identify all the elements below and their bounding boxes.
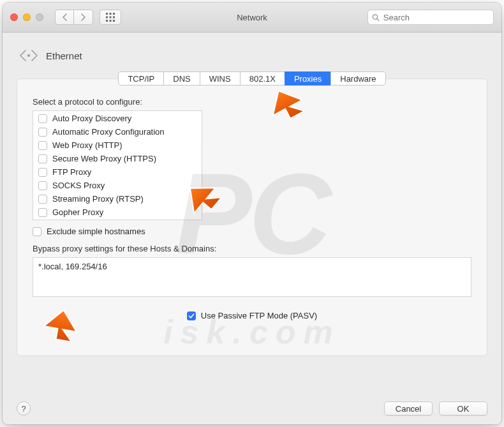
tab-hardware[interactable]: Hardware — [330, 71, 385, 86]
maximize-window-button[interactable] — [36, 13, 43, 21]
cancel-button[interactable]: Cancel — [384, 401, 433, 416]
exclude-simple-row[interactable]: Exclude simple hostnames — [33, 227, 471, 236]
protocol-item-https[interactable]: Secure Web Proxy (HTTPS) — [33, 152, 202, 165]
search-input[interactable] — [382, 12, 489, 23]
protocol-label: Automatic Proxy Configuration — [52, 127, 165, 137]
svg-rect-4 — [110, 17, 112, 19]
pasv-checkbox[interactable] — [187, 311, 196, 320]
forward-button[interactable] — [74, 10, 93, 25]
protocol-label: Gopher Proxy — [52, 207, 103, 217]
checkbox[interactable] — [38, 154, 47, 163]
bypass-textarea[interactable]: *.local, 169.254/16 — [33, 257, 471, 297]
tab-dns[interactable]: DNS — [163, 71, 199, 86]
protocol-item-http[interactable]: Web Proxy (HTTP) — [33, 139, 202, 152]
back-button[interactable] — [55, 10, 74, 25]
exclude-simple-checkbox[interactable] — [33, 227, 41, 236]
protocol-item-rtsp[interactable]: Streaming Proxy (RTSP) — [33, 192, 202, 206]
proxy-settings-panel: Select a protocol to configure: Auto Pro… — [17, 79, 487, 356]
tab-wins[interactable]: WINS — [200, 71, 240, 86]
ethernet-icon — [19, 46, 38, 65]
checkbox[interactable] — [38, 181, 47, 190]
tab-label: WINS — [209, 74, 231, 84]
protocol-item-socks[interactable]: SOCKS Proxy — [33, 179, 202, 192]
tab-label: Proxies — [294, 74, 322, 84]
button-label: Cancel — [396, 404, 421, 414]
checkbox[interactable] — [38, 168, 47, 177]
tab-label: DNS — [173, 74, 190, 84]
tab-label: Hardware — [340, 74, 376, 84]
chevron-left-icon — [62, 13, 68, 21]
tab-label: 802.1X — [249, 74, 276, 84]
protocol-item-auto-discovery[interactable]: Auto Proxy Discovery — [33, 112, 202, 125]
nav-group — [55, 10, 93, 25]
svg-rect-2 — [113, 13, 115, 15]
protocol-label: Secure Web Proxy (HTTPS) — [52, 154, 156, 163]
svg-rect-0 — [106, 13, 108, 15]
svg-rect-3 — [106, 17, 108, 19]
tab-8021x[interactable]: 802.1X — [240, 71, 285, 86]
help-label: ? — [21, 404, 26, 414]
svg-rect-6 — [106, 20, 108, 22]
close-window-button[interactable] — [10, 13, 18, 21]
bypass-value: *.local, 169.254/16 — [38, 262, 107, 271]
protocol-label: FTP Proxy — [52, 167, 91, 177]
chevron-right-icon — [80, 13, 86, 21]
traffic-lights — [10, 13, 43, 21]
svg-rect-5 — [113, 17, 115, 19]
pasv-label: Use Passive FTP Mode (PASV) — [201, 311, 317, 320]
pane-title: Ethernet — [46, 50, 82, 61]
titlebar: Network — [3, 3, 501, 33]
checkbox[interactable] — [38, 128, 47, 137]
minimize-window-button[interactable] — [23, 13, 31, 21]
protocol-label: SOCKS Proxy — [52, 181, 105, 190]
search-field[interactable] — [367, 10, 494, 25]
checkbox[interactable] — [38, 141, 47, 150]
tab-tcpip[interactable]: TCP/IP — [118, 71, 163, 86]
window: Network Ethernet TCP/IP DNS WINS 802.1X … — [3, 3, 501, 424]
protocol-label: Auto Proxy Discovery — [52, 114, 131, 123]
show-all-button[interactable] — [100, 10, 121, 25]
protocol-label: Web Proxy (HTTP) — [52, 140, 122, 150]
protocol-item-ftp[interactable]: FTP Proxy — [33, 165, 202, 179]
ok-button[interactable]: OK — [439, 401, 487, 416]
protocol-item-gopher[interactable]: Gopher Proxy — [33, 206, 202, 219]
svg-line-10 — [377, 19, 379, 20]
checkbox[interactable] — [38, 195, 47, 204]
button-label: OK — [457, 404, 470, 414]
tab-proxies[interactable]: Proxies — [285, 71, 330, 86]
pasv-row[interactable]: Use Passive FTP Mode (PASV) — [33, 311, 471, 320]
bypass-label: Bypass proxy settings for these Hosts & … — [33, 244, 471, 253]
svg-rect-1 — [110, 13, 112, 15]
exclude-simple-label: Exclude simple hostnames — [47, 227, 145, 236]
search-icon — [372, 13, 380, 22]
protocol-list[interactable]: Auto Proxy Discovery Automatic Proxy Con… — [33, 110, 202, 220]
svg-rect-7 — [110, 20, 112, 22]
tab-bar: TCP/IP DNS WINS 802.1X Proxies Hardware — [3, 71, 501, 86]
grid-icon — [106, 13, 115, 22]
svg-rect-8 — [113, 20, 115, 22]
checkbox[interactable] — [38, 114, 47, 123]
svg-point-11 — [27, 54, 30, 57]
protocol-label: Streaming Proxy (RTSP) — [52, 194, 144, 204]
checkbox[interactable] — [38, 208, 47, 217]
tab-label: TCP/IP — [128, 74, 154, 84]
help-button[interactable]: ? — [17, 401, 31, 416]
protocol-item-auto-config[interactable]: Automatic Proxy Configuration — [33, 125, 202, 139]
pane-header: Ethernet — [3, 33, 501, 71]
protocol-select-label: Select a protocol to configure: — [33, 97, 471, 107]
footer: ? Cancel OK — [17, 401, 487, 416]
window-title: Network — [237, 13, 267, 22]
checkmark-icon — [188, 313, 195, 319]
